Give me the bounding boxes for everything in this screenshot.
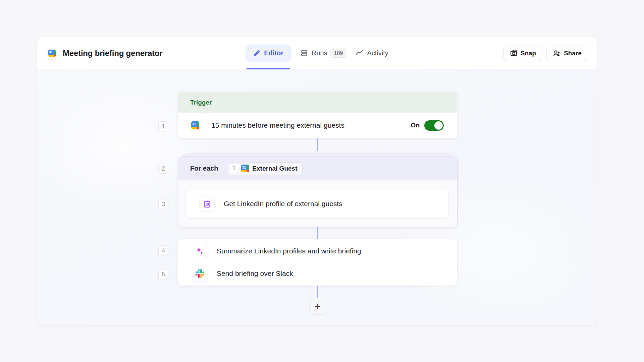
google-calendar-icon: 31 [48, 50, 56, 57]
share-button-label: Share [564, 50, 582, 57]
foreach-header[interactable]: For each 1 31 External Guest [178, 157, 457, 180]
step-linkedin-row[interactable]: Get LinkedIn profile of external guests [187, 189, 448, 219]
tab-runs[interactable]: Runs 109 [300, 49, 346, 58]
google-calendar-icon: 31 [241, 165, 249, 173]
page-title[interactable]: Meeting briefing generator [63, 49, 163, 58]
tab-activity[interactable]: Activity [355, 49, 388, 57]
toggle-knob [434, 121, 443, 130]
tab-editor[interactable]: Editor [246, 45, 291, 62]
snap-button[interactable]: Snap [503, 46, 542, 61]
header-actions: Snap Share [503, 46, 588, 61]
app-icon: 31 [46, 47, 58, 60]
connector-line [317, 227, 318, 239]
tab-bar: Editor Runs 109 Activity [246, 37, 388, 69]
toggle-label: On [411, 122, 420, 129]
id-badge-icon [203, 199, 212, 208]
step-icon-box [192, 265, 208, 282]
share-button[interactable]: Share [546, 46, 588, 61]
workflow-canvas: 1 2 3 4 5 Trigger 31 15 minutes before m… [37, 69, 597, 325]
trigger-section-label: Trigger [190, 99, 212, 106]
trigger-icon-box: 31 [189, 119, 202, 132]
step-number-4: 4 [158, 245, 168, 255]
step-number-5: 5 [158, 269, 168, 279]
tab-editor-label: Editor [264, 49, 283, 57]
steps-card: Summarize LinkedIn profiles and write br… [178, 239, 458, 286]
foreach-loop-wrap: For each 1 31 External Guest [178, 157, 458, 227]
pencil-icon [253, 49, 261, 57]
connector-line [317, 285, 318, 299]
trigger-toggle[interactable] [424, 120, 444, 131]
trigger-title: 15 minutes before meeting external guest… [211, 121, 344, 129]
foreach-card: For each 1 31 External Guest [178, 157, 458, 227]
google-calendar-icon: 31 [191, 121, 199, 129]
trigger-step-row[interactable]: 31 15 minutes before meeting external gu… [178, 113, 457, 138]
runs-count-badge: 109 [331, 49, 346, 58]
step-number-1: 1 [158, 121, 168, 131]
activity-line-icon [355, 49, 364, 57]
step-slack-row[interactable]: Send briefing over Slack [178, 263, 457, 284]
add-step-button[interactable]: + [309, 298, 326, 315]
step-number-3: 3 [158, 199, 168, 209]
step-summarize-row[interactable]: Summarize LinkedIn profiles and write br… [178, 240, 457, 262]
foreach-item-pill[interactable]: 1 31 External Guest [227, 162, 303, 175]
trigger-section-header: Trigger [178, 92, 457, 113]
step-linkedin-title: Get LinkedIn profile of external guests [224, 200, 342, 208]
snap-button-label: Snap [521, 50, 536, 57]
slack-icon [196, 269, 204, 278]
foreach-item-label: External Guest [252, 165, 297, 172]
foreach-count: 1 [229, 164, 238, 173]
tab-activity-label: Activity [367, 49, 388, 57]
trigger-card: Trigger 31 15 minutes before meeting ext… [178, 92, 458, 138]
header-left: 31 Meeting briefing generator [46, 47, 163, 60]
foreach-label: For each [190, 165, 218, 172]
step-icon-box [192, 243, 208, 259]
people-icon [553, 49, 561, 57]
step-icon-box [199, 196, 215, 212]
tab-runs-label: Runs [312, 49, 327, 57]
step-summarize-title: Summarize LinkedIn profiles and write br… [217, 247, 361, 255]
step-slack-title: Send briefing over Slack [217, 269, 293, 278]
step-number-2: 2 [158, 164, 168, 174]
sparkles-icon [195, 246, 205, 256]
workflow-window: 31 Meeting briefing generator Editor Run… [37, 37, 597, 325]
stack-icon [300, 49, 308, 57]
camera-icon [510, 49, 518, 57]
header: 31 Meeting briefing generator Editor Run… [37, 37, 597, 69]
